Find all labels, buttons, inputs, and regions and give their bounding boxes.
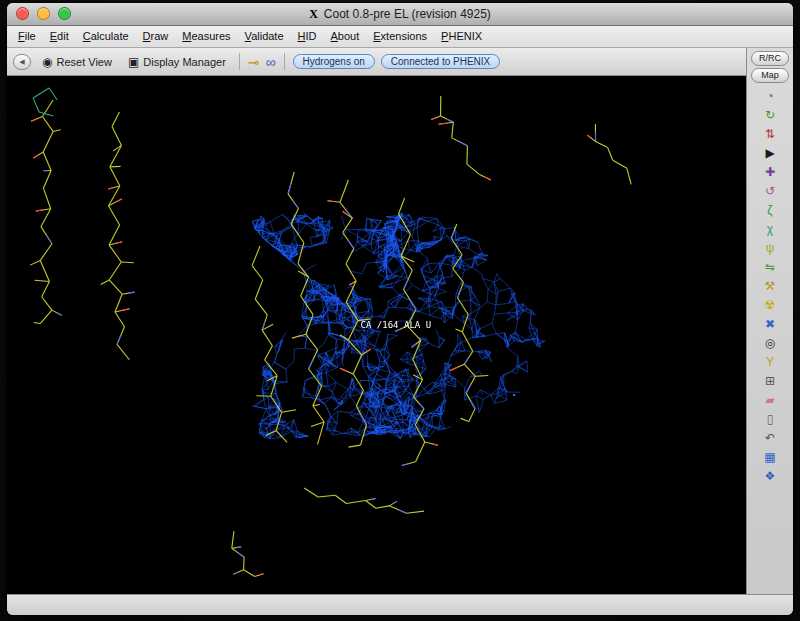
menu-validate[interactable]: Validate: [238, 26, 291, 47]
menu-edit[interactable]: Edit: [43, 26, 76, 47]
reset-view-label: Reset View: [56, 56, 111, 68]
menu-calculate[interactable]: Calculate: [76, 26, 136, 47]
undo-icon[interactable]: ↶: [755, 429, 785, 448]
auto-fit-rotamer-icon[interactable]: ζ: [755, 201, 785, 220]
display-manager-label: Display Manager: [143, 56, 226, 68]
right-toolbar: R/RC Map ◔↻⇅▶✚↺ζχψ⇋⚒☢✖◎Y⊞▰▯↶▦❖: [746, 48, 793, 594]
recentre-icon[interactable]: ◎: [755, 334, 785, 353]
toolbar-separator-2: [284, 53, 285, 70]
gl-viewport[interactable]: [7, 76, 746, 594]
window-title-area: XCoot 0.8-pre EL (revision 4925): [7, 3, 793, 25]
edit-chi-angles-icon[interactable]: ψ: [755, 239, 785, 258]
map-button[interactable]: Map: [751, 68, 789, 83]
radioactive-icon[interactable]: ☢: [755, 296, 785, 315]
rotate-translate-icon[interactable]: ↺: [755, 182, 785, 201]
menu-file[interactable]: File: [11, 26, 43, 47]
coot-window: XCoot 0.8-pre EL (revision 4925) FileEdi…: [7, 3, 793, 615]
hydrogens-toggle-button[interactable]: Hydrogens on: [293, 54, 375, 69]
toolbar-separator: [239, 53, 240, 70]
eraser-icon[interactable]: ▰: [755, 391, 785, 410]
desktop: XCoot 0.8-pre EL (revision 4925) FileEdi…: [0, 0, 800, 621]
gl-canvas[interactable]: [7, 76, 746, 594]
window-title: Coot 0.8-pre EL (revision 4925): [324, 7, 491, 21]
reset-view-button[interactable]: ◉ Reset View: [37, 54, 117, 70]
stereo-icon[interactable]: ∞: [266, 56, 276, 68]
menu-bar: FileEditCalculateDrawMeasuresValidateHID…: [7, 26, 793, 48]
toolbar-collapse-button[interactable]: ◀: [13, 54, 31, 70]
x11-logo-icon: X: [309, 7, 318, 21]
content-area: ◀ ◉ Reset View ▣ Display Manager ⊸ ∞ Hyd…: [7, 48, 793, 594]
rrc-button[interactable]: R/RC: [751, 51, 789, 66]
menu-draw[interactable]: Draw: [136, 26, 176, 47]
regularize-icon[interactable]: ⇅: [755, 125, 785, 144]
mutate-icon[interactable]: ⚒: [755, 277, 785, 296]
rigid-body-fit-icon[interactable]: ✚: [755, 163, 785, 182]
modelling-icon-column: ◔↻⇅▶✚↺ζχψ⇋⚒☢✖◎Y⊞▰▯↶▦❖: [755, 87, 785, 486]
menu-about[interactable]: About: [324, 26, 367, 47]
more-tools-arrow-icon[interactable]: ▶: [755, 144, 785, 163]
title-bar[interactable]: XCoot 0.8-pre EL (revision 4925): [7, 3, 793, 26]
status-bar: (mol. no: 0) C /1/U/164 ALA occ: 1.00 bf…: [7, 594, 793, 615]
add-atom-icon[interactable]: ⊞: [755, 372, 785, 391]
display-manager-icon: ▣: [128, 56, 139, 68]
add-alt-conf-icon[interactable]: Y: [755, 353, 785, 372]
main-column: ◀ ◉ Reset View ▣ Display Manager ⊸ ∞ Hyd…: [7, 48, 746, 594]
menu-extensions[interactable]: Extensions: [366, 26, 434, 47]
menu-hid[interactable]: HID: [291, 26, 324, 47]
menu-measures[interactable]: Measures: [175, 26, 237, 47]
colour-map-icon[interactable]: ▦: [755, 448, 785, 467]
trash-icon[interactable]: ▯: [755, 410, 785, 429]
stereo-glasses-icon[interactable]: ❖: [755, 467, 785, 486]
reset-view-icon: ◉: [42, 56, 52, 68]
display-manager-button[interactable]: ▣ Display Manager: [123, 54, 231, 70]
real-space-refine-icon[interactable]: ↻: [755, 106, 785, 125]
clock-icon[interactable]: ◔: [755, 87, 785, 106]
rotamers-icon[interactable]: χ: [755, 220, 785, 239]
flip-peptide-icon[interactable]: ⇋: [755, 258, 785, 277]
clear-pending-icon[interactable]: ✖: [755, 315, 785, 334]
toolbar: ◀ ◉ Reset View ▣ Display Manager ⊸ ∞ Hyd…: [7, 48, 746, 76]
phenix-connection-button[interactable]: Connected to PHENIX: [381, 54, 501, 69]
goto-atom-icon[interactable]: ⊸: [248, 56, 260, 68]
menu-phenix[interactable]: PHENIX: [434, 26, 489, 47]
